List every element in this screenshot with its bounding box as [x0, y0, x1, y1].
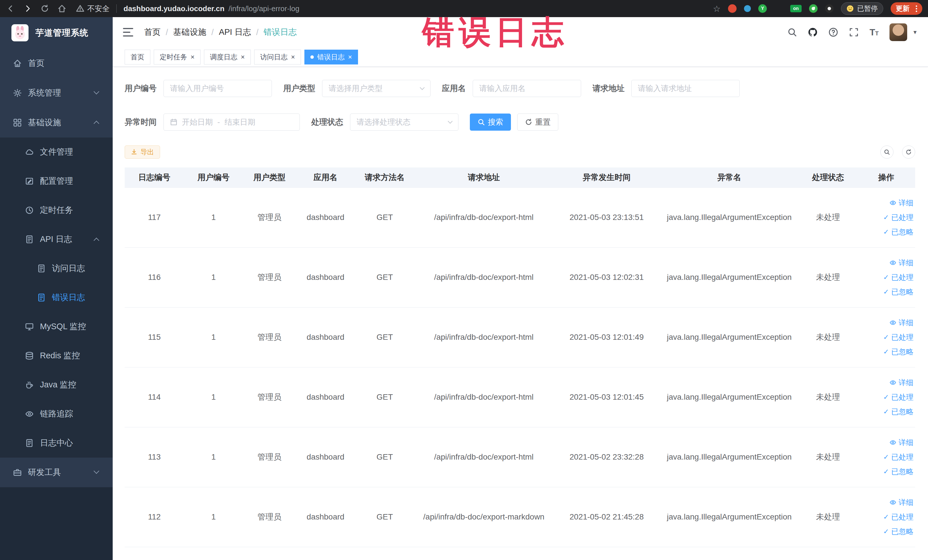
help-icon[interactable] [829, 27, 838, 37]
detail-link[interactable]: 详细 [890, 438, 913, 448]
collapse-menu-icon[interactable] [123, 28, 133, 37]
log-doc-icon [37, 264, 46, 273]
detail-link[interactable]: 详细 [890, 198, 913, 208]
col-actions: 操作 [857, 168, 915, 188]
sidebar-item-home[interactable]: 首页 [0, 49, 113, 78]
tab-dispatch-log[interactable]: 调度日志× [204, 50, 251, 64]
close-icon[interactable]: × [191, 53, 195, 61]
ignored-link[interactable]: ✓已忽略 [883, 347, 913, 357]
reset-button[interactable]: 重置 [517, 113, 558, 131]
ignored-link[interactable]: ✓已忽略 [883, 526, 913, 537]
extension-icon-leaf[interactable] [809, 4, 818, 13]
processed-link[interactable]: ✓已处理 [883, 272, 913, 282]
sidebar-item-scheduled-tasks[interactable]: 定时任务 [0, 196, 113, 225]
extension-icon-dark[interactable] [825, 4, 833, 13]
processed-link[interactable]: ✓已处理 [883, 452, 913, 462]
sidebar-item-trace[interactable]: 链路追踪 [0, 400, 113, 429]
extension-icon-on-badge[interactable]: on [790, 5, 801, 12]
breadcrumb-api-log[interactable]: API 日志 [219, 26, 251, 38]
sidebar-item-mysql-monitor[interactable]: MySQL 监控 [0, 312, 113, 341]
fullscreen-icon[interactable] [849, 27, 859, 37]
detail-link[interactable]: 详细 [890, 378, 913, 388]
sidebar-item-log-center[interactable]: 日志中心 [0, 429, 113, 458]
cloud-icon [25, 148, 34, 156]
processed-link[interactable]: ✓已处理 [883, 512, 913, 522]
search-toggle-button[interactable] [881, 145, 893, 159]
sidebar-item-access-log[interactable]: 访问日志 [0, 254, 113, 283]
ignored-link[interactable]: ✓已忽略 [883, 287, 913, 297]
sidebar-item-file-management[interactable]: 文件管理 [0, 137, 113, 166]
user-id-input[interactable] [163, 80, 272, 97]
extension-icon-red[interactable] [728, 4, 737, 13]
extension-icon-green-y[interactable]: Y [758, 4, 767, 13]
col-method: 请求方法名 [355, 168, 414, 188]
check-icon: ✓ [883, 513, 889, 521]
close-icon[interactable]: × [348, 53, 352, 61]
search-icon[interactable] [788, 27, 797, 37]
detail-link[interactable]: 详细 [890, 318, 913, 328]
bookmark-star-icon[interactable]: ☆ [713, 4, 720, 14]
exception-time-range-picker[interactable]: 开始日期 - 结束日期 [163, 113, 300, 131]
security-chip[interactable]: 不安全 [76, 4, 110, 14]
home-icon[interactable] [58, 4, 66, 13]
breadcrumb-infrastructure[interactable]: 基础设施 [173, 26, 206, 38]
font-size-icon[interactable]: TT [870, 27, 879, 38]
address-bar[interactable]: 不安全 dashboard.yudao.iocoder.cn/infra/log… [76, 4, 299, 14]
check-icon: ✓ [883, 348, 889, 356]
check-icon: ✓ [883, 453, 889, 461]
close-icon[interactable]: × [241, 53, 245, 61]
sidebar-item-config-management[interactable]: 配置管理 [0, 166, 113, 196]
avatar-caret-icon[interactable]: ▾ [913, 29, 917, 36]
processed-link[interactable]: ✓已处理 [883, 392, 913, 402]
process-status-select[interactable]: 请选择处理状态 [350, 113, 458, 131]
sidebar-item-java-monitor[interactable]: Java 监控 [0, 370, 113, 400]
search-icon [478, 118, 485, 126]
tab-access-log[interactable]: 访问日志× [254, 50, 301, 64]
sidebar-item-redis-monitor[interactable]: Redis 监控 [0, 341, 113, 370]
log-doc-icon [25, 235, 34, 244]
refresh-button[interactable] [902, 145, 915, 159]
check-icon: ✓ [883, 228, 889, 236]
detail-link[interactable]: 详细 [890, 258, 913, 268]
sidebar-item-api-log[interactable]: API 日志 [0, 225, 113, 254]
forward-icon[interactable] [23, 4, 32, 13]
detail-link[interactable]: 详细 [890, 497, 913, 508]
close-icon[interactable]: × [291, 53, 295, 61]
ignored-link[interactable]: ✓已忽略 [883, 227, 913, 237]
processed-link[interactable]: ✓已处理 [883, 212, 913, 223]
tab-home[interactable]: 首页 [125, 50, 150, 64]
avatar[interactable] [890, 23, 907, 41]
extension-icon-blue[interactable] [744, 5, 751, 12]
request-url-input[interactable] [631, 80, 740, 97]
reload-icon[interactable] [41, 4, 49, 13]
sidebar-item-infrastructure[interactable]: 基础设施 [0, 108, 113, 137]
sidebar-item-system-management[interactable]: 系统管理 [0, 78, 113, 108]
tab-scheduled-tasks[interactable]: 定时任务× [154, 50, 200, 64]
extension-icon-grid[interactable] [774, 4, 783, 13]
start-date-placeholder: 开始日期 [182, 117, 213, 127]
address-divider [116, 4, 117, 13]
search-button[interactable]: 搜索 [470, 113, 511, 131]
tab-error-log[interactable]: 错误日志× [304, 50, 358, 64]
breadcrumb-home[interactable]: 首页 [144, 26, 160, 38]
app-name-input[interactable] [473, 80, 581, 97]
github-icon[interactable] [808, 27, 818, 37]
user-type-select[interactable]: 请选择用户类型 [322, 80, 430, 97]
back-icon[interactable] [6, 4, 15, 13]
export-button[interactable]: 导出 [125, 145, 160, 159]
browser-menu-icon[interactable] [916, 5, 917, 12]
update-button[interactable]: 更新 [891, 2, 922, 15]
sidebar-item-dev-tools[interactable]: 研发工具 [0, 458, 113, 487]
sidebar-item-error-log[interactable]: 错误日志 [0, 283, 113, 312]
check-icon: ✓ [883, 288, 889, 296]
ignored-link[interactable]: ✓已忽略 [883, 467, 913, 477]
clock-icon [25, 206, 34, 215]
user-id-label: 用户编号 [125, 83, 157, 94]
calendar-icon [170, 118, 177, 126]
processed-link[interactable]: ✓已处理 [883, 333, 913, 342]
col-app-name: 应用名 [296, 168, 355, 188]
paused-badge[interactable]: 已暂停 [841, 2, 883, 15]
request-url-label: 请求地址 [592, 83, 624, 94]
coffee-icon [25, 381, 34, 389]
ignored-link[interactable]: ✓已忽略 [883, 407, 913, 417]
